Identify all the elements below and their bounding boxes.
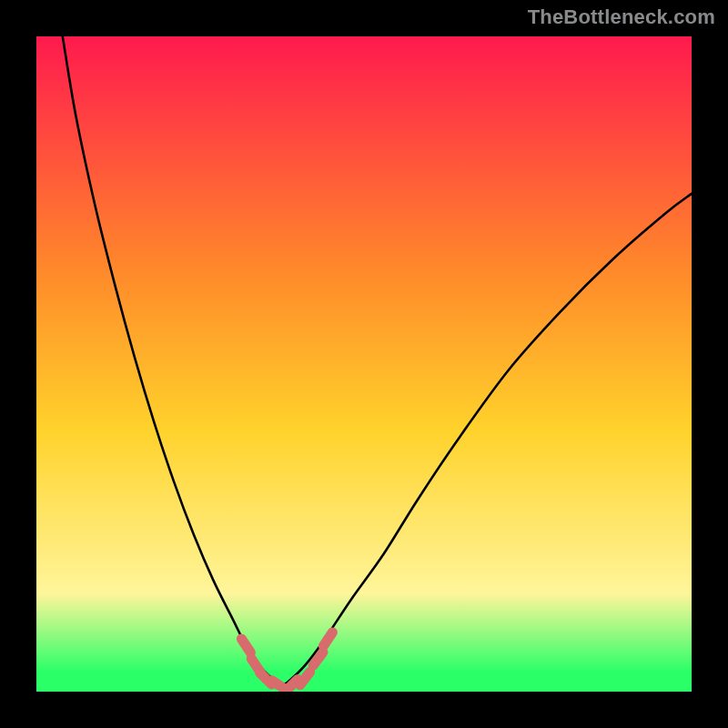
plot-area — [36, 36, 692, 692]
bottleneck-chart — [36, 36, 692, 692]
watermark-label: TheBottleneck.com — [528, 5, 715, 29]
gradient-background — [36, 36, 692, 692]
chart-container: TheBottleneck.com — [0, 0, 728, 728]
